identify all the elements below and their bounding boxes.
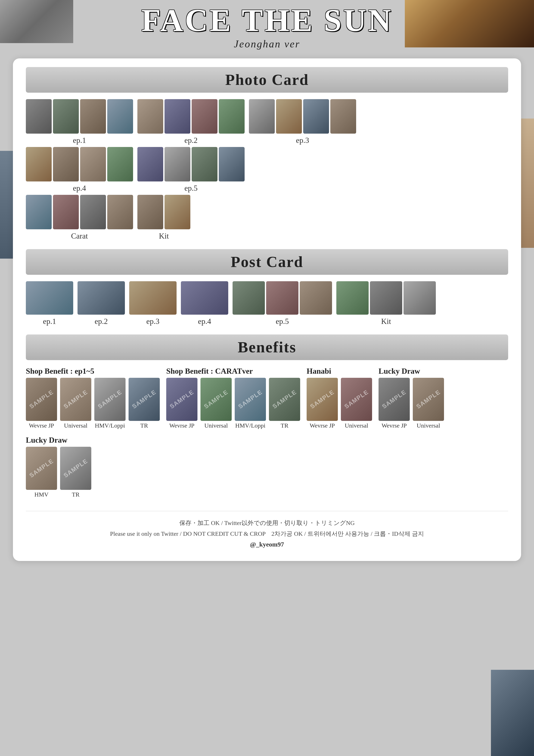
bg-mid-left bbox=[0, 151, 13, 258]
post-thumb bbox=[26, 281, 73, 315]
post-group-ep5: ep.5 bbox=[233, 281, 332, 326]
photo-thumb bbox=[165, 195, 191, 229]
post-thumb bbox=[181, 281, 228, 315]
post-ep2-label: ep.2 bbox=[95, 317, 108, 326]
photo-group-carat-images bbox=[26, 195, 133, 229]
photo-row-3: Carat Kit bbox=[26, 195, 508, 240]
photo-card-header: Photo Card bbox=[26, 67, 508, 93]
ep4-label: ep.4 bbox=[73, 184, 86, 193]
post-group-ep3: ep.3 bbox=[129, 281, 177, 326]
benefit-label-hanabi-wevrsejp: Wevrse JP bbox=[310, 422, 335, 429]
title-area: FACE THE SUN Jeonghan ver bbox=[0, 0, 534, 52]
post-group-ep1: ep.1 bbox=[26, 281, 73, 326]
benefit-img: SAMPLE bbox=[269, 378, 300, 421]
benefit-item-wevrsejp-2: SAMPLE Wevrse JP bbox=[166, 378, 197, 429]
benefit-label-wevrsejp: Wevrse JP bbox=[29, 422, 54, 429]
photo-thumb bbox=[107, 195, 133, 229]
benefit-item-tr: SAMPLE TR bbox=[129, 378, 160, 429]
photo-thumb bbox=[191, 147, 217, 181]
post-thumb bbox=[336, 281, 369, 315]
benefit-label-ld2-tr: TR bbox=[72, 491, 80, 498]
benefit-item-ld2-tr: SAMPLE TR bbox=[60, 447, 91, 498]
benefit-img: SAMPLE bbox=[413, 378, 444, 421]
carat-label: Carat bbox=[71, 231, 88, 240]
post-thumb bbox=[300, 281, 332, 315]
photo-thumb bbox=[249, 99, 275, 134]
bg-bottom-right bbox=[491, 670, 534, 756]
photo-group-ep2-images bbox=[138, 99, 244, 134]
benefit-label-hmv-2: HMV/Loppi bbox=[235, 422, 266, 429]
ep1-label: ep.1 bbox=[73, 136, 86, 145]
post-thumb bbox=[370, 281, 402, 315]
bg-mid-right bbox=[521, 119, 534, 248]
photo-thumb bbox=[219, 99, 244, 134]
post-group-ep4: ep.4 bbox=[181, 281, 228, 326]
lucky-draw-1-block: Lucky Draw SAMPLE Wevrse JP SAMPLE bbox=[378, 366, 444, 429]
post-card-section: Post Card ep.1 ep.2 ep.3 ep.4 bbox=[26, 249, 508, 326]
photo-group-ep4-images bbox=[26, 147, 133, 181]
photo-group-ep5: ep.5 bbox=[138, 147, 244, 193]
post-thumb bbox=[129, 281, 177, 315]
photo-thumb bbox=[303, 99, 329, 134]
benefit-item-hmv-2: SAMPLE HMV/Loppi bbox=[235, 378, 266, 429]
photo-group-ep3: ep.3 bbox=[249, 99, 356, 145]
lucky-draw-2-block: Lucky Draw SAMPLE HMV SAMPLE TR bbox=[26, 436, 508, 498]
post-card-header: Post Card bbox=[26, 249, 508, 275]
benefit-item-hanabi-universal: SAMPLE Universal bbox=[341, 378, 372, 429]
photo-thumb bbox=[53, 99, 79, 134]
ep2-label: ep.2 bbox=[185, 136, 198, 145]
post-thumb bbox=[233, 281, 265, 315]
benefit-item-tr-2: SAMPLE TR bbox=[269, 378, 300, 429]
post-ep3-label: ep.3 bbox=[146, 317, 160, 326]
benefit-img: SAMPLE bbox=[378, 378, 410, 421]
benefit-item-ld-wevrsejp: SAMPLE Wevrse JP bbox=[378, 378, 410, 429]
post-ep5-images bbox=[233, 281, 332, 315]
post-group-kit: Kit bbox=[336, 281, 436, 326]
photo-group-ep2: ep.2 bbox=[138, 99, 244, 145]
post-kit-label: Kit bbox=[381, 317, 391, 326]
photo-group-ep1-images bbox=[26, 99, 133, 134]
shop-benefit-1-title: Shop Benefit : ep1~5 bbox=[26, 366, 160, 376]
post-ep1-label: ep.1 bbox=[43, 317, 56, 326]
benefit-label-universal-2: Universal bbox=[204, 422, 228, 429]
benefit-img: SAMPLE bbox=[26, 447, 57, 490]
photo-thumb bbox=[80, 147, 106, 181]
post-row: ep.1 ep.2 ep.3 ep.4 bbox=[26, 281, 508, 326]
photo-thumb bbox=[138, 147, 163, 181]
lucky-draw-1-title: Lucky Draw bbox=[378, 366, 444, 376]
benefit-img: SAMPLE bbox=[341, 378, 372, 421]
photo-thumb bbox=[165, 147, 191, 181]
photo-group-ep5-images bbox=[138, 147, 244, 181]
photo-group-kit: Kit bbox=[138, 195, 191, 240]
footer: 保存・加工 OK / Twitter以外での使用・切り取り・トリミングNG Pl… bbox=[26, 511, 508, 548]
footer-handle: @_kyeom97 bbox=[26, 541, 508, 548]
benefit-item-wevrsejp: SAMPLE Wevrse JP bbox=[26, 378, 57, 429]
benefit-label-tr: TR bbox=[140, 422, 148, 429]
main-card: Photo Card ep.1 bbox=[13, 58, 521, 561]
benefits-title: Benefits bbox=[238, 338, 296, 356]
photo-thumb bbox=[107, 99, 133, 134]
benefit-img: SAMPLE bbox=[200, 378, 232, 421]
benefit-img: SAMPLE bbox=[235, 378, 266, 421]
photo-group-ep3-images bbox=[249, 99, 356, 134]
photo-row-1: ep.1 ep.2 ep.3 bbox=[26, 99, 508, 145]
benefit-item-hanabi-wevrsejp: SAMPLE Wevrse JP bbox=[307, 378, 338, 429]
photo-thumb bbox=[330, 99, 356, 134]
post-thumb bbox=[78, 281, 125, 315]
photo-group-carat: Carat bbox=[26, 195, 133, 240]
benefit-img: SAMPLE bbox=[26, 378, 57, 421]
post-ep4-label: ep.4 bbox=[198, 317, 211, 326]
photo-row-2: ep.4 ep.5 bbox=[26, 147, 508, 193]
benefit-item-hmv: SAMPLE HMV/Loppi bbox=[94, 378, 126, 429]
benefit-label-hanabi-universal: Universal bbox=[345, 422, 368, 429]
benefit-label-ld2-hmv: HMV bbox=[35, 491, 48, 498]
photo-group-ep1: ep.1 bbox=[26, 99, 133, 145]
post-ep5-label: ep.5 bbox=[276, 317, 289, 326]
benefits-header: Benefits bbox=[26, 335, 508, 360]
benefit-item-ld2-hmv: SAMPLE HMV bbox=[26, 447, 57, 498]
post-thumb bbox=[266, 281, 298, 315]
shop-benefit-2-block: Shop Benefit : CARATver SAMPLE Wevrse JP… bbox=[166, 366, 300, 429]
benefit-img: SAMPLE bbox=[60, 447, 91, 490]
photo-thumb bbox=[138, 99, 163, 134]
benefit-label-hmv: HMV/Loppi bbox=[95, 422, 125, 429]
